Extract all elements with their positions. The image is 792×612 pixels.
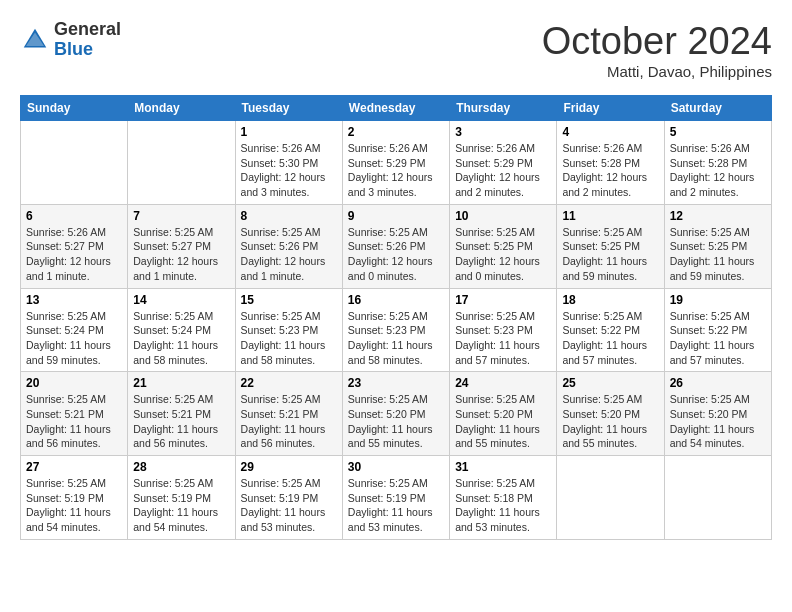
calendar-cell: 6Sunrise: 5:26 AM Sunset: 5:27 PM Daylig… [21,204,128,288]
calendar-cell [21,121,128,205]
calendar-cell: 1Sunrise: 5:26 AM Sunset: 5:30 PM Daylig… [235,121,342,205]
day-number: 19 [670,293,766,307]
day-number: 23 [348,376,444,390]
day-number: 22 [241,376,337,390]
day-number: 18 [562,293,658,307]
day-info: Sunrise: 5:26 AM Sunset: 5:29 PM Dayligh… [348,141,444,200]
day-info: Sunrise: 5:25 AM Sunset: 5:26 PM Dayligh… [241,225,337,284]
day-number: 1 [241,125,337,139]
day-number: 11 [562,209,658,223]
calendar-cell: 10Sunrise: 5:25 AM Sunset: 5:25 PM Dayli… [450,204,557,288]
week-row-3: 13Sunrise: 5:25 AM Sunset: 5:24 PM Dayli… [21,288,772,372]
day-number: 26 [670,376,766,390]
calendar-cell: 14Sunrise: 5:25 AM Sunset: 5:24 PM Dayli… [128,288,235,372]
day-info: Sunrise: 5:26 AM Sunset: 5:28 PM Dayligh… [670,141,766,200]
calendar-cell: 13Sunrise: 5:25 AM Sunset: 5:24 PM Dayli… [21,288,128,372]
calendar-cell: 15Sunrise: 5:25 AM Sunset: 5:23 PM Dayli… [235,288,342,372]
day-info: Sunrise: 5:25 AM Sunset: 5:24 PM Dayligh… [26,309,122,368]
weekday-header-saturday: Saturday [664,96,771,121]
calendar-cell: 21Sunrise: 5:25 AM Sunset: 5:21 PM Dayli… [128,372,235,456]
calendar-cell: 30Sunrise: 5:25 AM Sunset: 5:19 PM Dayli… [342,456,449,540]
day-info: Sunrise: 5:25 AM Sunset: 5:23 PM Dayligh… [348,309,444,368]
weekday-header-row: SundayMondayTuesdayWednesdayThursdayFrid… [21,96,772,121]
calendar-cell: 31Sunrise: 5:25 AM Sunset: 5:18 PM Dayli… [450,456,557,540]
calendar-cell: 2Sunrise: 5:26 AM Sunset: 5:29 PM Daylig… [342,121,449,205]
day-number: 31 [455,460,551,474]
day-number: 9 [348,209,444,223]
day-number: 6 [26,209,122,223]
calendar-cell: 11Sunrise: 5:25 AM Sunset: 5:25 PM Dayli… [557,204,664,288]
day-number: 2 [348,125,444,139]
calendar-cell [664,456,771,540]
day-info: Sunrise: 5:25 AM Sunset: 5:22 PM Dayligh… [670,309,766,368]
calendar-cell: 17Sunrise: 5:25 AM Sunset: 5:23 PM Dayli… [450,288,557,372]
weekday-header-sunday: Sunday [21,96,128,121]
calendar-cell: 23Sunrise: 5:25 AM Sunset: 5:20 PM Dayli… [342,372,449,456]
day-number: 28 [133,460,229,474]
day-info: Sunrise: 5:25 AM Sunset: 5:21 PM Dayligh… [133,392,229,451]
calendar-cell: 12Sunrise: 5:25 AM Sunset: 5:25 PM Dayli… [664,204,771,288]
calendar-cell: 20Sunrise: 5:25 AM Sunset: 5:21 PM Dayli… [21,372,128,456]
day-info: Sunrise: 5:25 AM Sunset: 5:20 PM Dayligh… [455,392,551,451]
day-number: 20 [26,376,122,390]
calendar-cell: 27Sunrise: 5:25 AM Sunset: 5:19 PM Dayli… [21,456,128,540]
calendar-cell: 7Sunrise: 5:25 AM Sunset: 5:27 PM Daylig… [128,204,235,288]
day-info: Sunrise: 5:25 AM Sunset: 5:20 PM Dayligh… [348,392,444,451]
day-info: Sunrise: 5:25 AM Sunset: 5:22 PM Dayligh… [562,309,658,368]
day-info: Sunrise: 5:25 AM Sunset: 5:19 PM Dayligh… [348,476,444,535]
calendar-cell: 16Sunrise: 5:25 AM Sunset: 5:23 PM Dayli… [342,288,449,372]
day-info: Sunrise: 5:25 AM Sunset: 5:20 PM Dayligh… [562,392,658,451]
calendar-cell: 22Sunrise: 5:25 AM Sunset: 5:21 PM Dayli… [235,372,342,456]
day-number: 8 [241,209,337,223]
day-info: Sunrise: 5:25 AM Sunset: 5:23 PM Dayligh… [455,309,551,368]
calendar-cell: 9Sunrise: 5:25 AM Sunset: 5:26 PM Daylig… [342,204,449,288]
calendar-cell: 29Sunrise: 5:25 AM Sunset: 5:19 PM Dayli… [235,456,342,540]
calendar-cell: 28Sunrise: 5:25 AM Sunset: 5:19 PM Dayli… [128,456,235,540]
logo-icon [20,25,50,55]
day-info: Sunrise: 5:25 AM Sunset: 5:18 PM Dayligh… [455,476,551,535]
day-number: 13 [26,293,122,307]
weekday-header-thursday: Thursday [450,96,557,121]
day-info: Sunrise: 5:25 AM Sunset: 5:27 PM Dayligh… [133,225,229,284]
weekday-header-tuesday: Tuesday [235,96,342,121]
day-info: Sunrise: 5:25 AM Sunset: 5:19 PM Dayligh… [241,476,337,535]
day-info: Sunrise: 5:25 AM Sunset: 5:24 PM Dayligh… [133,309,229,368]
day-number: 21 [133,376,229,390]
logo-text: General Blue [54,20,121,60]
calendar-cell: 4Sunrise: 5:26 AM Sunset: 5:28 PM Daylig… [557,121,664,205]
day-number: 27 [26,460,122,474]
day-info: Sunrise: 5:26 AM Sunset: 5:27 PM Dayligh… [26,225,122,284]
day-info: Sunrise: 5:25 AM Sunset: 5:19 PM Dayligh… [26,476,122,535]
day-number: 30 [348,460,444,474]
week-row-5: 27Sunrise: 5:25 AM Sunset: 5:19 PM Dayli… [21,456,772,540]
week-row-4: 20Sunrise: 5:25 AM Sunset: 5:21 PM Dayli… [21,372,772,456]
day-number: 17 [455,293,551,307]
day-info: Sunrise: 5:25 AM Sunset: 5:26 PM Dayligh… [348,225,444,284]
day-number: 4 [562,125,658,139]
calendar-cell: 26Sunrise: 5:25 AM Sunset: 5:20 PM Dayli… [664,372,771,456]
day-info: Sunrise: 5:25 AM Sunset: 5:21 PM Dayligh… [26,392,122,451]
calendar-cell: 19Sunrise: 5:25 AM Sunset: 5:22 PM Dayli… [664,288,771,372]
day-number: 7 [133,209,229,223]
day-number: 16 [348,293,444,307]
calendar-table: SundayMondayTuesdayWednesdayThursdayFrid… [20,95,772,540]
day-info: Sunrise: 5:25 AM Sunset: 5:25 PM Dayligh… [670,225,766,284]
logo: General Blue [20,20,121,60]
page-header: General Blue October 2024 Matti, Davao, … [20,20,772,80]
month-title: October 2024 [542,20,772,63]
weekday-header-wednesday: Wednesday [342,96,449,121]
day-number: 5 [670,125,766,139]
week-row-2: 6Sunrise: 5:26 AM Sunset: 5:27 PM Daylig… [21,204,772,288]
calendar-cell [557,456,664,540]
title-block: October 2024 Matti, Davao, Philippines [542,20,772,80]
location: Matti, Davao, Philippines [542,63,772,80]
day-info: Sunrise: 5:25 AM Sunset: 5:23 PM Dayligh… [241,309,337,368]
day-info: Sunrise: 5:25 AM Sunset: 5:19 PM Dayligh… [133,476,229,535]
day-number: 24 [455,376,551,390]
day-number: 10 [455,209,551,223]
weekday-header-friday: Friday [557,96,664,121]
calendar-cell: 3Sunrise: 5:26 AM Sunset: 5:29 PM Daylig… [450,121,557,205]
logo-blue: Blue [54,40,121,60]
calendar-cell: 8Sunrise: 5:25 AM Sunset: 5:26 PM Daylig… [235,204,342,288]
day-info: Sunrise: 5:26 AM Sunset: 5:28 PM Dayligh… [562,141,658,200]
